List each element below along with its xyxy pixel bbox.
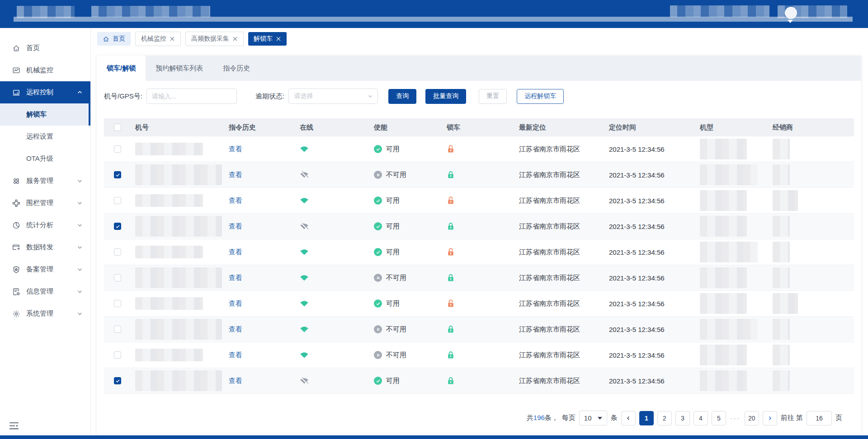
- redacted-region: [670, 5, 769, 17]
- search-button[interactable]: 查询: [388, 89, 416, 104]
- sidebar-item-stats-analysis[interactable]: 统计分析: [0, 214, 90, 236]
- per-page-select[interactable]: 10: [579, 411, 607, 425]
- per-page-label: 每页: [562, 414, 576, 422]
- next-page-button[interactable]: [763, 411, 777, 425]
- prev-page-button[interactable]: [621, 411, 636, 425]
- tab-reserved-unlock-list[interactable]: 预约解锁车列表: [146, 56, 213, 81]
- reset-button[interactable]: 重置: [479, 89, 507, 104]
- time-cell: 2021-3-5 12:34:56: [605, 274, 696, 282]
- close-icon[interactable]: [170, 36, 175, 42]
- more-pages-ellipsis[interactable]: ···: [731, 414, 740, 422]
- row-checkbox[interactable]: [114, 274, 121, 281]
- remote-unlock-button[interactable]: 远程解锁车: [517, 89, 564, 104]
- location-cell: 江苏省南京市雨花区: [515, 248, 605, 257]
- chevron-down-icon: [77, 289, 83, 294]
- goto-page-input[interactable]: [807, 411, 832, 425]
- sidebar-item-info-mgmt[interactable]: 信息管理: [0, 280, 90, 303]
- collapse-sidebar-icon[interactable]: [9, 422, 19, 430]
- enabled-label: 可用: [386, 145, 400, 154]
- machine-no-redacted: [135, 297, 203, 310]
- row-checkbox[interactable]: [114, 145, 121, 153]
- goto-suffix: 页: [835, 414, 842, 422]
- table-row: 查看 不可用 江苏省南京市雨花区 2021-3-5 12:34:56: [104, 342, 854, 368]
- row-checkbox[interactable]: [114, 300, 121, 307]
- table-row: 查看 可用 江苏省南京市雨花区 2021-3-5 12:34:56: [104, 188, 854, 214]
- bottom-strip: [0, 435, 868, 439]
- dealer-redacted: [773, 164, 790, 185]
- sidebar-item-label: 统计分析: [26, 221, 53, 229]
- overdue-status-label: 逾期状态:: [255, 92, 284, 101]
- page-button-4[interactable]: 4: [693, 411, 708, 425]
- table-row: 查看 可用 江苏省南京市雨花区 2021-3-5 12:34:56: [104, 136, 854, 162]
- page-button-1[interactable]: 1: [639, 411, 654, 425]
- view-link[interactable]: 查看: [229, 171, 242, 179]
- sidebar-subitem-remote-settings[interactable]: 远程设置: [0, 126, 90, 148]
- filter-row: 机号/GPS号: 逾期状态: 请选择 查询 批量查询 重置 远程解锁车: [104, 89, 854, 104]
- view-link[interactable]: 查看: [229, 222, 242, 231]
- view-link[interactable]: 查看: [229, 248, 242, 257]
- avatar[interactable]: [785, 7, 797, 19]
- sidebar-item-data-forward[interactable]: 数据转发: [0, 236, 90, 258]
- sidebar-item-home[interactable]: 首页: [0, 37, 90, 59]
- location-cell: 江苏省南京市雨花区: [515, 274, 605, 282]
- sidebar-item-machine-monitor[interactable]: 机械监控: [0, 59, 90, 81]
- close-icon[interactable]: [232, 36, 238, 42]
- enabled-check-icon: [374, 222, 382, 230]
- table-row: 查看 可用 江苏省南京市雨花区 2021-3-5 12:34:56: [104, 239, 854, 265]
- row-checkbox[interactable]: [114, 248, 121, 256]
- page-button-last[interactable]: 20: [745, 411, 759, 425]
- tab-lock-unlock[interactable]: 锁车/解锁: [97, 56, 146, 81]
- total-count: 共196条，: [527, 414, 558, 422]
- select-placeholder: 请选择: [294, 92, 313, 100]
- view-link[interactable]: 查看: [229, 351, 242, 360]
- overdue-status-select[interactable]: 请选择: [288, 89, 378, 104]
- model-redacted: [700, 164, 758, 185]
- column-header: 锁车: [447, 123, 460, 132]
- sidebar-item-service-mgmt[interactable]: 服务管理: [0, 170, 90, 192]
- row-checkbox[interactable]: [114, 223, 121, 230]
- sidebar-subitem-ota-upgrade[interactable]: OTA升级: [0, 148, 90, 170]
- row-checkbox[interactable]: [114, 351, 121, 359]
- sidebar-item-system-mgmt[interactable]: 系统管理: [0, 303, 90, 325]
- chevron-down-icon[interactable]: [788, 20, 793, 23]
- machine-no-redacted: [135, 216, 222, 237]
- tab-command-history[interactable]: 指令历史: [213, 56, 260, 81]
- lock-open-icon: [447, 196, 455, 205]
- breadcrumb-home[interactable]: 首页: [97, 32, 131, 46]
- breadcrumb-tab[interactable]: 解锁车: [248, 32, 287, 46]
- batch-search-button[interactable]: 批量查询: [425, 89, 466, 104]
- sidebar-item-fence-mgmt[interactable]: 围栏管理: [0, 192, 90, 214]
- disabled-cross-icon: [374, 274, 382, 282]
- view-link[interactable]: 查看: [229, 145, 242, 154]
- lock-open-icon: [447, 299, 455, 308]
- page-button-3[interactable]: 3: [675, 411, 690, 425]
- row-checkbox[interactable]: [114, 197, 121, 204]
- lock-open-icon: [447, 145, 455, 154]
- column-header: 指令历史: [229, 123, 256, 132]
- row-checkbox[interactable]: [114, 377, 121, 384]
- sidebar-item-remote-control[interactable]: 远程控制: [0, 81, 90, 103]
- select-all-checkbox[interactable]: [114, 124, 121, 131]
- view-link[interactable]: 查看: [229, 377, 242, 385]
- view-link[interactable]: 查看: [229, 325, 242, 334]
- sidebar-subitem-unlock-vehicle[interactable]: 解锁车: [0, 103, 90, 126]
- table-row: 查看 可用 江苏省南京市雨花区 2021-3-5 12:34:56: [104, 291, 854, 317]
- view-link[interactable]: 查看: [229, 274, 242, 282]
- close-icon[interactable]: [276, 36, 281, 42]
- page-button-2[interactable]: 2: [657, 411, 672, 425]
- sidebar-item-label: 服务管理: [26, 177, 53, 185]
- time-cell: 2021-3-5 12:34:56: [605, 300, 696, 308]
- time-cell: 2021-3-5 12:34:56: [605, 248, 696, 256]
- main-content: 首页 机械监控 高频数据采集 解锁车 锁车/解锁预约解锁车列表指令历史 机号/G…: [90, 28, 868, 435]
- row-checkbox[interactable]: [114, 326, 121, 333]
- sidebar-item-record-mgmt[interactable]: 备案管理: [0, 258, 90, 280]
- sidebar-item-label: 备案管理: [26, 265, 53, 274]
- row-checkbox[interactable]: [114, 171, 121, 178]
- breadcrumb-tab[interactable]: 高频数据采集: [185, 32, 244, 46]
- breadcrumb-tab[interactable]: 机械监控: [135, 32, 181, 46]
- dealer-redacted: [773, 267, 790, 288]
- machine-no-input[interactable]: [146, 89, 237, 104]
- view-link[interactable]: 查看: [229, 299, 242, 308]
- view-link[interactable]: 查看: [229, 196, 242, 205]
- page-button-5[interactable]: 5: [712, 411, 726, 425]
